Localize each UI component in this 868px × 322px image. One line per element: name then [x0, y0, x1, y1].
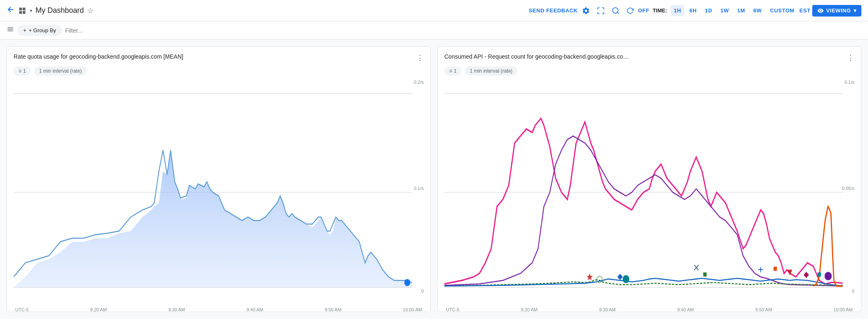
star-icon[interactable]: ☆: [87, 6, 94, 15]
send-feedback-button[interactable]: SEND FEEDBACK: [529, 7, 577, 14]
chart-badge-interval-2[interactable]: 1 min interval (rate): [465, 66, 517, 76]
time-1w-button[interactable]: 1W: [717, 5, 733, 16]
x-label-5: 10:00 AM: [403, 307, 422, 312]
chart-badge-filter-1[interactable]: ≡ 1: [14, 66, 31, 76]
y-max-label-1: 0.2/s: [414, 80, 424, 85]
back-button[interactable]: [7, 5, 15, 16]
x-label-3: 9:40 AM: [247, 307, 263, 312]
settings-icon-button[interactable]: [579, 4, 593, 17]
chart-badge-interval-1[interactable]: 1 min interval (rate): [34, 66, 87, 76]
dashboard-icon-dropdown[interactable]: ▾: [30, 8, 32, 14]
search-icon-button[interactable]: [609, 4, 622, 17]
x-label-0: UTC-5: [15, 307, 28, 312]
y-min-label-1: 0: [421, 289, 424, 294]
refresh-icon-button[interactable]: [624, 5, 636, 17]
dashboard-icon: [18, 7, 26, 15]
y-mid-label-1: 0.1/s: [414, 186, 424, 191]
chart-title-2: Consumed API - Request count for geocodi…: [444, 53, 847, 60]
x2-label-4: 9:50 AM: [755, 307, 772, 312]
chart-card-2: Consumed API - Request count for geocodi…: [437, 46, 861, 312]
svg-text:▼: ▼: [786, 267, 794, 278]
time-section: TIME: 1H 6H 1D 1W 1M 6W CUSTOM EST VIEWI…: [652, 5, 861, 17]
svg-point-4: [612, 7, 618, 13]
x-labels-1: UTC-5 9:20 AM 9:30 AM 9:40 AM 9:50 AM 10…: [14, 307, 424, 312]
svg-rect-3: [23, 11, 26, 14]
filterbar: + + Group By: [0, 21, 868, 40]
chart-area-1: 0.2/s 0.1/s 0: [14, 80, 424, 305]
filter-badge-icon-1: ≡: [19, 68, 21, 74]
svg-text:⬤: ⬤: [824, 271, 832, 281]
chart-area-2: 0.1/s 0.05/s 0 ★: [444, 80, 854, 305]
svg-text:◆: ◆: [804, 269, 809, 279]
svg-marker-8: [14, 150, 412, 288]
plus-icon: +: [23, 27, 26, 33]
svg-text:✕: ✕: [693, 262, 700, 273]
x-labels-2: UTC-5 9:20 AM 9:30 AM 9:40 AM 9:50 AM 10…: [444, 307, 854, 312]
time-1h-button[interactable]: 1H: [671, 5, 685, 16]
interval-label-1: 1 min interval (rate): [39, 68, 82, 74]
chart-header-2: Consumed API - Request count for geocodi…: [444, 53, 854, 62]
svg-text:■: ■: [817, 269, 821, 279]
svg-text:■: ■: [773, 264, 777, 273]
x-label-4: 9:50 AM: [325, 307, 341, 312]
topbar-left: ▾ My Dashboard ☆: [7, 5, 525, 16]
x2-label-0: UTC-5: [446, 307, 459, 312]
svg-text:⬤: ⬤: [622, 274, 629, 284]
chart-badges-2: ≡ 1 1 min interval (rate): [444, 66, 854, 76]
svg-text:+: +: [758, 263, 763, 275]
group-by-label: + Group By: [29, 27, 56, 33]
chart-svg-1: [14, 80, 424, 305]
timezone-button[interactable]: EST: [799, 7, 811, 14]
x2-label-5: 10:00 AM: [834, 307, 853, 312]
svg-text:⬡: ⬡: [596, 275, 602, 284]
svg-rect-1: [23, 7, 26, 10]
topbar-center: SEND FEEDBACK OFF: [529, 4, 649, 17]
more-options-icon-2[interactable]: ⋮: [847, 53, 854, 62]
dashboard-title: My Dashboard: [36, 6, 84, 15]
filter-input[interactable]: [65, 27, 861, 34]
y-max-label-2: 0.1/s: [844, 80, 854, 85]
more-options-icon-1[interactable]: ⋮: [416, 53, 424, 62]
time-1d-button[interactable]: 1D: [702, 5, 716, 16]
svg-rect-0: [19, 7, 22, 10]
chart-header-1: Rate quota usage for geocoding-backend.g…: [14, 53, 424, 62]
chart-badges-1: ≡ 1 1 min interval (rate): [14, 66, 424, 76]
x2-label-2: 9:30 AM: [599, 307, 616, 312]
dashboard-content: Rate quota usage for geocoding-backend.g…: [0, 40, 868, 319]
chart-svg-2: ★ ⬡ ◆ ⬤ ✕ ■ + ■ ▼ ◆: [444, 80, 854, 305]
time-6h-button[interactable]: 6H: [686, 5, 700, 16]
filter-badge-count-1: 1: [23, 68, 26, 74]
chart-title-1: Rate quota usage for geocoding-backend.g…: [14, 53, 416, 60]
x2-label-1: 9:20 AM: [521, 307, 537, 312]
x-label-1: 9:20 AM: [90, 307, 107, 312]
filter-badge-icon-2: ≡: [449, 68, 452, 74]
svg-text:★: ★: [586, 272, 593, 283]
x-label-2: 9:30 AM: [168, 307, 185, 312]
time-1m-button[interactable]: 1M: [734, 5, 748, 16]
time-custom-button[interactable]: CUSTOM: [767, 5, 798, 16]
x2-label-3: 9:40 AM: [677, 307, 694, 312]
time-label: TIME:: [652, 7, 667, 14]
interval-label-2: 1 min interval (rate): [470, 68, 512, 74]
y-mid-label-2: 0.05/s: [842, 186, 854, 191]
auto-refresh-label[interactable]: OFF: [638, 7, 650, 14]
menu-icon[interactable]: [7, 26, 14, 35]
fullscreen-icon-button[interactable]: [594, 4, 607, 17]
chart-card-1: Rate quota usage for geocoding-backend.g…: [7, 46, 431, 312]
viewing-button[interactable]: VIEWING ▾: [812, 5, 861, 17]
group-by-button[interactable]: + + Group By: [17, 25, 62, 36]
chart-badge-filter-2[interactable]: ≡ 1: [444, 66, 462, 76]
viewing-dropdown-icon: ▾: [854, 7, 857, 14]
topbar: ▾ My Dashboard ☆ SEND FEEDBACK OFF TIME:…: [0, 0, 868, 21]
svg-text:■: ■: [703, 269, 707, 279]
svg-point-9: [404, 279, 410, 286]
time-6w-button[interactable]: 6W: [750, 5, 765, 16]
filter-badge-count-2: 1: [454, 68, 457, 74]
y-min-label-2: 0: [852, 289, 854, 294]
svg-rect-2: [19, 11, 22, 14]
viewing-label: VIEWING: [826, 7, 851, 14]
